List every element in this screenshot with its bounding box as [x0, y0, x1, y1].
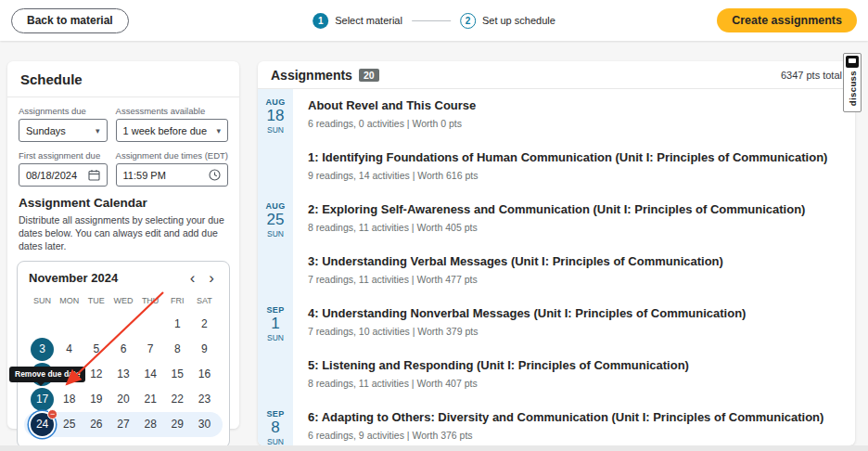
- calendar-day-19[interactable]: 19: [83, 387, 109, 412]
- first-assignment-due-value: 08/18/2024: [26, 170, 77, 181]
- calendar-day-7[interactable]: 7: [137, 337, 164, 362]
- calendar-day-12[interactable]: 12: [83, 362, 109, 387]
- assignment-meta: 7 readings, 11 activities | Worth 477 pt…: [308, 274, 840, 286]
- assignments-due-select[interactable]: Sundays ▾: [19, 119, 108, 142]
- due-date-month: SEP: [258, 409, 293, 419]
- due-date-day: 1: [258, 315, 293, 333]
- calendar-day-26[interactable]: 26: [83, 412, 109, 437]
- schedule-fields: Assignments due Sundays ▾ Assessments av…: [7, 97, 239, 188]
- weekday-header-thu: THU: [137, 291, 164, 310]
- assignments-title: Assignments: [271, 68, 352, 83]
- weekday-header-wed: WED: [109, 291, 136, 310]
- assignment-meta: 6 readings, 9 activities | Worth 376 pts: [308, 430, 840, 442]
- calendar-header: November 2024 ‹ ›: [29, 270, 218, 286]
- calendar-day-21[interactable]: 21: [137, 387, 164, 412]
- calendar-day-6[interactable]: 6: [109, 337, 136, 362]
- assignment-title: 6: Adapting to Others: Diversity and Com…: [308, 410, 840, 425]
- calendar-day-27[interactable]: 27: [109, 412, 136, 437]
- calendar-day-17[interactable]: 17: [29, 387, 56, 412]
- assignment-meta: 9 readings, 14 activities | Worth 616 pt…: [308, 170, 840, 182]
- assignment-items: About Revel and This Course6 readings, 0…: [293, 89, 855, 193]
- schedule-panel-title: Schedule: [7, 61, 239, 97]
- calendar-day-30[interactable]: 30: [191, 412, 218, 437]
- calendar-day-13[interactable]: 13: [109, 362, 136, 387]
- calendar-day-8[interactable]: 8: [164, 337, 191, 362]
- calendar-day-5[interactable]: 5: [83, 337, 109, 362]
- calendar-nav: ‹ ›: [190, 270, 218, 286]
- chevron-down-icon: ▾: [96, 126, 100, 135]
- calendar-day-24[interactable]: 24−: [29, 412, 56, 437]
- assignment-item: About Revel and This Course6 readings, 0…: [308, 89, 840, 141]
- calendar-week-row: 24−252627282930: [29, 412, 218, 437]
- calendar-day-14[interactable]: 14: [137, 362, 164, 387]
- calendar-week-row: 3456789: [29, 337, 218, 362]
- assessments-available-field: Assessments available 1 week before due …: [116, 106, 228, 142]
- calendar-day-22[interactable]: 22: [164, 387, 191, 412]
- assignments-due-field: Assignments due Sundays ▾: [19, 106, 108, 142]
- calendar-day-29[interactable]: 29: [164, 412, 191, 437]
- top-bar: Back to material 1 Select material 2 Set…: [0, 0, 868, 41]
- due-times-input[interactable]: 11:59 PM: [116, 163, 228, 187]
- weekday-header-sat: SAT: [191, 291, 218, 310]
- calendar-day-4[interactable]: 4: [56, 337, 83, 362]
- assessments-available-label: Assessments available: [116, 106, 228, 116]
- calendar-day-empty: [83, 312, 109, 337]
- weekday-header-fri: FRI: [164, 291, 191, 310]
- calendar-day-empty: [137, 312, 164, 337]
- weekday-header-sun: SUN: [29, 291, 56, 310]
- calendar-day-2[interactable]: 2: [191, 312, 218, 337]
- speech-bubble-icon: [846, 56, 859, 68]
- step-1-label: Select material: [335, 15, 402, 26]
- assignment-calendar-description: Distribute all assignments by selecting …: [19, 213, 228, 253]
- create-assignments-button[interactable]: Create assignments: [717, 8, 857, 32]
- assignment-item: 3: Understanding Verbal Messages (Unit I…: [308, 245, 840, 297]
- calendar-day-1[interactable]: 1: [164, 312, 191, 337]
- weekday-header-mon: MON: [56, 291, 83, 310]
- calendar-day-3[interactable]: 3: [29, 337, 56, 362]
- back-to-material-button[interactable]: Back to material: [11, 8, 129, 33]
- assignment-item: 5: Listening and Responding (Unit I: Pri…: [308, 349, 840, 401]
- calendar-day-23[interactable]: 23: [191, 387, 218, 412]
- calendar-week-row: 17181920212223: [29, 387, 218, 412]
- calendar-day-15[interactable]: 15: [164, 362, 191, 387]
- chevron-down-icon: ▾: [216, 126, 221, 135]
- discuss-tab-label: discuss: [848, 71, 858, 106]
- calendar-day-empty: [29, 312, 56, 337]
- due-times-value: 11:59 PM: [123, 170, 166, 181]
- discuss-feedback-tab[interactable]: discuss: [843, 53, 862, 112]
- due-date-day: 25: [258, 211, 293, 229]
- due-date-badge: AUG18SUN: [258, 89, 293, 193]
- first-assignment-due-input[interactable]: 08/18/2024: [19, 163, 108, 187]
- assignment-group: AUG25SUN2: Exploring Self-Awareness and …: [258, 193, 855, 297]
- assignment-title: 4: Understanding Nonverbal Messages (Uni…: [308, 306, 840, 321]
- first-assignment-due-field: First assignment due 08/18/2024: [19, 150, 108, 187]
- calendar-day-9[interactable]: 9: [191, 337, 218, 362]
- calendar-day-28[interactable]: 28: [137, 412, 164, 437]
- assignment-meta: 8 readings, 11 activities | Worth 405 pt…: [308, 222, 840, 234]
- calendar-day-25[interactable]: 25: [56, 412, 83, 437]
- due-date-month: AUG: [258, 97, 293, 107]
- assignment-meta: 8 readings, 11 activities | Worth 407 pt…: [308, 378, 840, 390]
- assessments-available-select[interactable]: 1 week before due ▾: [116, 119, 228, 142]
- calendar-day-20[interactable]: 20: [109, 387, 136, 412]
- assignment-item: 4: Understanding Nonverbal Messages (Uni…: [308, 297, 840, 349]
- remove-due-date-icon[interactable]: −: [47, 409, 57, 419]
- assignment-title: 3: Understanding Verbal Messages (Unit I…: [308, 254, 840, 269]
- assignment-item: 2: Exploring Self-Awareness and Communic…: [308, 193, 840, 245]
- calendar-month-label: November 2024: [29, 271, 118, 285]
- assignment-group: SEP8SUN6: Adapting to Others: Diversity …: [258, 401, 855, 445]
- assignment-items: 4: Understanding Nonverbal Messages (Uni…: [293, 297, 855, 401]
- chevron-left-icon[interactable]: ‹: [190, 270, 196, 286]
- due-date-day: 8: [258, 419, 293, 437]
- chevron-right-icon[interactable]: ›: [209, 270, 214, 286]
- assignment-items: 6: Adapting to Others: Diversity and Com…: [293, 401, 855, 445]
- due-date-badge: SEP8SUN: [258, 401, 293, 445]
- assignments-list: AUG18SUNAbout Revel and This Course6 rea…: [258, 89, 855, 445]
- assignments-header: Assignments 20 6347 pts total: [258, 61, 855, 89]
- assignment-items: 2: Exploring Self-Awareness and Communic…: [293, 193, 855, 297]
- calendar-day-18[interactable]: 18: [56, 387, 83, 412]
- step-2-circle: 2: [460, 13, 476, 29]
- step-2-label: Set up schedule: [482, 15, 555, 26]
- calendar-day-16[interactable]: 16: [191, 362, 218, 387]
- assignments-panel: Assignments 20 6347 pts total AUG18SUNAb…: [258, 61, 855, 445]
